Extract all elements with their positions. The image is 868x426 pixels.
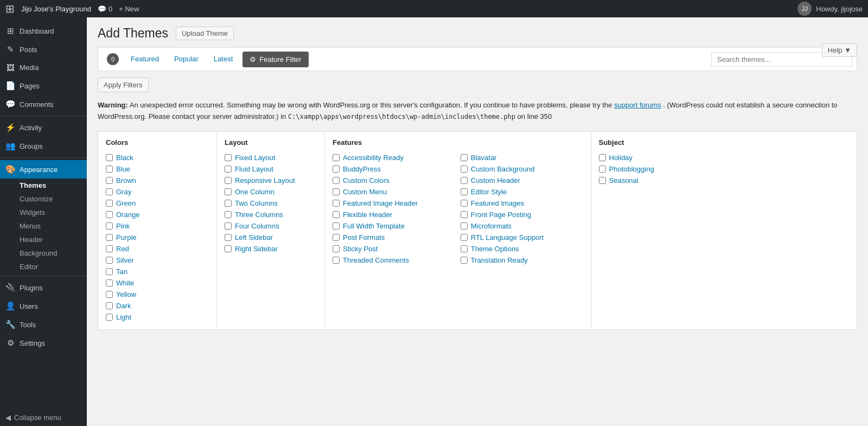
feature-filter-item[interactable]: BuddyPress bbox=[333, 163, 455, 175]
feature-filter-item[interactable]: Translation Ready bbox=[461, 255, 583, 266]
color-filter-item[interactable]: Silver bbox=[106, 255, 209, 266]
sidebar-item-activity[interactable]: ⚡ Activity bbox=[0, 118, 87, 137]
color-filter-item[interactable]: Tan bbox=[106, 266, 209, 277]
feature-checkbox[interactable] bbox=[333, 188, 340, 195]
feature-checkbox[interactable] bbox=[461, 245, 468, 252]
sidebar-item-pages[interactable]: 📄 Pages bbox=[0, 77, 87, 95]
feature-filter-item[interactable]: RTL Language Support bbox=[461, 232, 583, 243]
sidebar-item-dashboard[interactable]: ⊞ Dashboard bbox=[0, 22, 87, 40]
feature-checkbox[interactable] bbox=[333, 257, 340, 264]
sidebar-item-plugins[interactable]: 🔌 Plugins bbox=[0, 278, 87, 297]
color-checkbox[interactable] bbox=[106, 268, 113, 275]
sidebar-item-tools[interactable]: 🔧 Tools bbox=[0, 315, 87, 334]
layout-checkbox[interactable] bbox=[225, 245, 232, 252]
layout-filter-item[interactable]: Three Columns bbox=[225, 209, 317, 220]
sidebar-item-posts[interactable]: ✎ Posts bbox=[0, 40, 87, 59]
layout-filter-item[interactable]: Fluid Layout bbox=[225, 163, 317, 175]
feature-filter-item[interactable]: Featured Images bbox=[461, 198, 583, 209]
new-content-link[interactable]: + New bbox=[119, 5, 139, 13]
color-checkbox[interactable] bbox=[106, 211, 113, 218]
feature-checkbox[interactable] bbox=[333, 200, 340, 207]
subject-checkbox[interactable] bbox=[599, 177, 606, 184]
sidebar-subitem-background[interactable]: Background bbox=[0, 246, 87, 260]
color-filter-item[interactable]: Orange bbox=[106, 209, 209, 220]
color-filter-item[interactable]: Gray bbox=[106, 186, 209, 198]
layout-filter-item[interactable]: Responsive Layout bbox=[225, 175, 317, 186]
layout-checkbox[interactable] bbox=[225, 188, 232, 195]
subject-checkbox[interactable] bbox=[599, 166, 606, 173]
color-checkbox[interactable] bbox=[106, 291, 113, 298]
wp-logo-icon[interactable]: ⊞ bbox=[5, 2, 15, 15]
sidebar-item-users[interactable]: 👤 Users bbox=[0, 297, 87, 315]
layout-filter-item[interactable]: Right Sidebar bbox=[225, 243, 317, 255]
layout-filter-item[interactable]: Two Columns bbox=[225, 198, 317, 209]
color-checkbox[interactable] bbox=[106, 257, 113, 264]
feature-checkbox[interactable] bbox=[461, 188, 468, 195]
apply-filters-button[interactable]: Apply Filters bbox=[98, 78, 149, 92]
feature-filter-item[interactable]: Sticky Post bbox=[333, 243, 455, 255]
sidebar-subitem-editor[interactable]: Editor bbox=[0, 260, 87, 274]
color-checkbox[interactable] bbox=[106, 279, 113, 287]
feature-filter-item[interactable]: Editor Style bbox=[461, 186, 583, 198]
feature-filter-item[interactable]: Microformats bbox=[461, 220, 583, 232]
feature-checkbox[interactable] bbox=[333, 222, 340, 230]
feature-checkbox[interactable] bbox=[333, 177, 340, 184]
color-filter-item[interactable]: White bbox=[106, 277, 209, 289]
support-forums-link[interactable]: support forums bbox=[614, 101, 661, 109]
sidebar-item-appearance[interactable]: 🎨 Appearance bbox=[0, 160, 87, 179]
feature-checkbox[interactable] bbox=[333, 166, 340, 173]
color-checkbox[interactable] bbox=[106, 200, 113, 207]
feature-filter-item[interactable]: Custom Background bbox=[461, 163, 583, 175]
feature-checkbox[interactable] bbox=[461, 200, 468, 207]
color-checkbox[interactable] bbox=[106, 302, 113, 309]
color-checkbox[interactable] bbox=[106, 245, 113, 252]
subject-checkbox[interactable] bbox=[599, 154, 606, 161]
color-filter-item[interactable]: Purple bbox=[106, 232, 209, 243]
feature-filter-item[interactable]: Accessibility Ready bbox=[333, 152, 455, 163]
color-checkbox[interactable] bbox=[106, 314, 113, 321]
color-filter-item[interactable]: Brown bbox=[106, 175, 209, 186]
layout-checkbox[interactable] bbox=[225, 166, 232, 173]
sidebar-item-groups[interactable]: 👥 Groups bbox=[0, 137, 87, 155]
sidebar-subitem-widgets[interactable]: Widgets bbox=[0, 206, 87, 219]
tab-featured[interactable]: Featured bbox=[123, 50, 167, 68]
feature-filter-item[interactable]: Blavatar bbox=[461, 152, 583, 163]
feature-checkbox[interactable] bbox=[461, 211, 468, 218]
layout-checkbox[interactable] bbox=[225, 234, 232, 241]
help-button[interactable]: Help ▼ bbox=[822, 43, 857, 57]
feature-checkbox[interactable] bbox=[333, 154, 340, 161]
tab-popular[interactable]: Popular bbox=[167, 50, 206, 68]
sidebar-subitem-menus[interactable]: Menus bbox=[0, 219, 87, 233]
color-checkbox[interactable] bbox=[106, 222, 113, 230]
feature-checkbox[interactable] bbox=[461, 234, 468, 241]
color-checkbox[interactable] bbox=[106, 234, 113, 241]
comments-link[interactable]: 💬 0 bbox=[98, 5, 112, 13]
feature-filter-item[interactable]: Threaded Comments bbox=[333, 255, 455, 266]
color-filter-item[interactable]: Black bbox=[106, 152, 209, 163]
feature-filter-item[interactable]: Custom Header bbox=[461, 175, 583, 186]
subject-filter-item[interactable]: Photoblogging bbox=[599, 163, 850, 175]
site-name[interactable]: Jijo Jose's Playground bbox=[21, 5, 91, 13]
subject-filter-item[interactable]: Seasonal bbox=[599, 175, 850, 186]
sidebar-item-settings[interactable]: ⚙ Settings bbox=[0, 334, 87, 352]
feature-checkbox[interactable] bbox=[333, 211, 340, 218]
layout-checkbox[interactable] bbox=[225, 177, 232, 184]
color-filter-item[interactable]: Dark bbox=[106, 300, 209, 311]
layout-checkbox[interactable] bbox=[225, 154, 232, 161]
layout-filter-item[interactable]: Four Columns bbox=[225, 220, 317, 232]
feature-filter-item[interactable]: Theme Options bbox=[461, 243, 583, 255]
feature-checkbox[interactable] bbox=[333, 245, 340, 252]
layout-filter-item[interactable]: Fixed Layout bbox=[225, 152, 317, 163]
layout-filter-item[interactable]: One Column bbox=[225, 186, 317, 198]
color-checkbox[interactable] bbox=[106, 177, 113, 184]
color-checkbox[interactable] bbox=[106, 166, 113, 173]
feature-filter-item[interactable]: Custom Menu bbox=[333, 186, 455, 198]
feature-checkbox[interactable] bbox=[461, 257, 468, 264]
sidebar-subitem-themes[interactable]: Themes bbox=[0, 179, 87, 192]
color-filter-item[interactable]: Yellow bbox=[106, 289, 209, 300]
color-checkbox[interactable] bbox=[106, 188, 113, 195]
color-filter-item[interactable]: Red bbox=[106, 243, 209, 255]
feature-filter-item[interactable]: Post Formats bbox=[333, 232, 455, 243]
feature-checkbox[interactable] bbox=[461, 222, 468, 230]
sidebar-subitem-header[interactable]: Header bbox=[0, 233, 87, 246]
